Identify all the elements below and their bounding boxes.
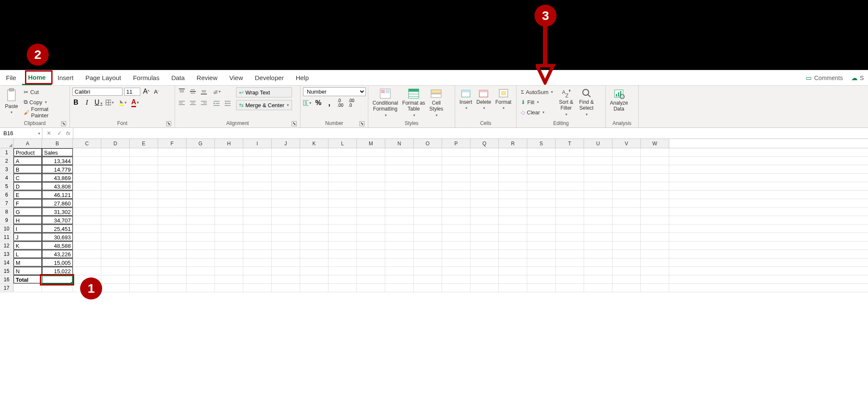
col-header[interactable]: D — [101, 139, 130, 148]
cell[interactable] — [300, 258, 328, 266]
cell[interactable] — [556, 225, 584, 233]
cell[interactable] — [499, 267, 527, 275]
cell[interactable] — [243, 233, 272, 241]
cell[interactable] — [556, 182, 584, 190]
cell[interactable] — [186, 208, 215, 216]
cut-button[interactable]: ✂Cut — [22, 87, 67, 97]
cell[interactable] — [73, 250, 101, 258]
comma-button[interactable]: , — [325, 99, 334, 107]
cell[interactable] — [243, 267, 272, 275]
col-header[interactable]: S — [527, 139, 556, 148]
cell[interactable] — [158, 174, 186, 182]
cell[interactable] — [641, 225, 669, 233]
cell[interactable] — [328, 174, 357, 182]
cell[interactable] — [527, 267, 556, 275]
cell[interactable] — [584, 157, 612, 165]
cell[interactable]: A — [14, 157, 42, 165]
cell[interactable] — [272, 225, 300, 233]
col-header[interactable]: H — [215, 139, 243, 148]
cell[interactable] — [414, 191, 442, 199]
cell[interactable] — [470, 275, 499, 283]
cell[interactable]: Product — [14, 148, 42, 156]
wrap-text-button[interactable]: ↩Wrap Text — [236, 87, 292, 97]
comments-button[interactable]: ▭Comments — [801, 70, 847, 85]
cell[interactable]: G — [14, 208, 42, 216]
cell[interactable] — [385, 208, 414, 216]
cell[interactable] — [357, 250, 385, 258]
cell[interactable] — [470, 174, 499, 182]
cell[interactable] — [272, 165, 300, 173]
cell[interactable] — [73, 216, 101, 224]
cell[interactable] — [499, 216, 527, 224]
cell[interactable] — [470, 157, 499, 165]
cell[interactable] — [300, 216, 328, 224]
cell[interactable] — [130, 157, 158, 165]
cell[interactable] — [470, 148, 499, 156]
cell[interactable] — [442, 241, 470, 250]
cell[interactable] — [584, 208, 612, 216]
cell[interactable] — [527, 157, 556, 165]
cell[interactable] — [300, 165, 328, 173]
cell[interactable] — [300, 208, 328, 216]
cell[interactable] — [442, 157, 470, 165]
cell[interactable] — [414, 250, 442, 258]
cell[interactable] — [385, 148, 414, 156]
cell[interactable] — [73, 199, 101, 207]
cell[interactable] — [556, 199, 584, 207]
align-right-button[interactable] — [200, 99, 208, 108]
cell[interactable] — [101, 258, 130, 266]
cell[interactable]: B — [14, 165, 42, 173]
cell[interactable] — [499, 225, 527, 233]
row-header[interactable]: 14 — [0, 258, 14, 266]
cell[interactable] — [215, 165, 243, 173]
cell[interactable] — [470, 241, 499, 250]
cell[interactable] — [414, 267, 442, 275]
cell[interactable] — [612, 267, 641, 275]
cell[interactable] — [470, 208, 499, 216]
cell[interactable] — [641, 250, 669, 258]
cell[interactable] — [556, 233, 584, 241]
cell[interactable] — [556, 267, 584, 275]
cell[interactable] — [641, 199, 669, 207]
cell[interactable] — [130, 208, 158, 216]
cell[interactable] — [612, 258, 641, 266]
cell[interactable]: Total — [14, 275, 42, 283]
cell[interactable] — [215, 208, 243, 216]
cell[interactable] — [414, 241, 442, 250]
cell[interactable] — [101, 182, 130, 190]
align-middle-button[interactable] — [189, 87, 197, 96]
cell[interactable] — [414, 148, 442, 156]
cell[interactable] — [442, 275, 470, 283]
cell-styles-button[interactable]: Cell Styles — [428, 87, 445, 119]
cell[interactable] — [527, 225, 556, 233]
cell[interactable] — [328, 267, 357, 275]
col-header[interactable]: W — [641, 139, 669, 148]
cell[interactable] — [272, 174, 300, 182]
cell[interactable] — [470, 258, 499, 266]
cell[interactable] — [527, 250, 556, 258]
cell[interactable] — [612, 241, 641, 250]
cell[interactable] — [300, 267, 328, 275]
cell[interactable] — [442, 267, 470, 275]
cell[interactable] — [328, 250, 357, 258]
number-format-select[interactable]: Number — [303, 87, 366, 96]
cell[interactable] — [215, 275, 243, 283]
cell[interactable] — [414, 199, 442, 207]
cell[interactable] — [527, 208, 556, 216]
cell[interactable] — [73, 191, 101, 199]
cell[interactable] — [73, 182, 101, 190]
cell[interactable] — [414, 182, 442, 190]
cell[interactable] — [357, 275, 385, 283]
cell[interactable] — [584, 191, 612, 199]
cell[interactable] — [158, 157, 186, 165]
format-painter-button[interactable]: 🖌Format Painter — [22, 108, 67, 117]
col-header[interactable]: I — [243, 139, 272, 148]
cell[interactable] — [300, 233, 328, 241]
cell[interactable]: 43,869 — [42, 174, 73, 182]
cell[interactable]: C — [14, 174, 42, 182]
fx-button[interactable]: fx — [66, 130, 70, 136]
cell[interactable]: I — [14, 225, 42, 233]
cell[interactable] — [215, 284, 243, 292]
tab-insert[interactable]: Insert — [52, 70, 80, 85]
cell[interactable]: 46,121 — [42, 191, 73, 199]
